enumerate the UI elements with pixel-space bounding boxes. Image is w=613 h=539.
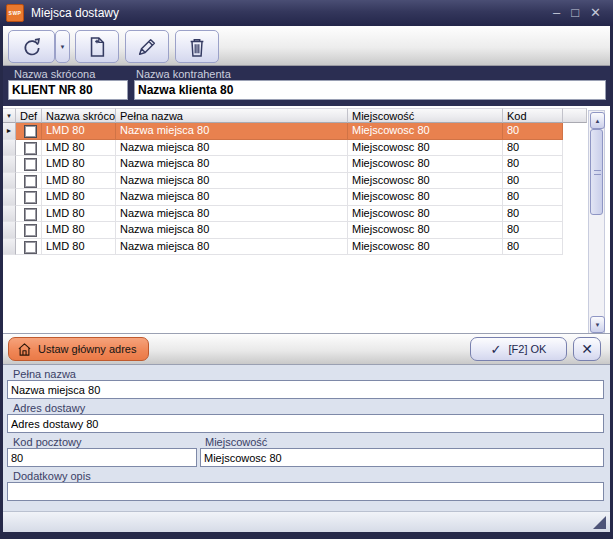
dropdown-arrow-icon: ▼ — [60, 44, 66, 50]
cell-pelna_nazwa[interactable]: Nazwa miejsca 80 — [116, 206, 348, 223]
cell-kod[interactable]: 80 — [503, 206, 563, 223]
refresh-button[interactable] — [8, 30, 55, 63]
def-checkbox[interactable] — [24, 208, 37, 221]
table-row[interactable]: ►LMD 80Nazwa miejsca 80Miejscowosc 8080 — [3, 123, 563, 140]
column-header-3[interactable]: Pełna nazwa — [116, 108, 348, 123]
def-cell[interactable] — [16, 222, 42, 239]
cell-miejscowosc[interactable]: Miejscowosc 80 — [348, 140, 503, 157]
def-checkbox[interactable] — [24, 241, 37, 254]
postal-code-input[interactable] — [7, 448, 197, 467]
cell-nazwa_skrocona[interactable]: LMD 80 — [42, 189, 116, 206]
def-checkbox[interactable] — [24, 175, 37, 188]
cell-nazwa_skrocona[interactable]: LMD 80 — [42, 206, 116, 223]
def-cell[interactable] — [16, 156, 42, 173]
cell-kod[interactable]: 80 — [503, 156, 563, 173]
def-cell[interactable] — [16, 140, 42, 157]
maximize-button[interactable]: □ — [571, 0, 579, 26]
delete-trash-icon — [187, 36, 207, 58]
cell-nazwa_skrocona[interactable]: LMD 80 — [42, 123, 116, 140]
full-name-input[interactable] — [7, 380, 604, 399]
column-header-5[interactable]: Kod — [503, 108, 563, 123]
table-row[interactable]: LMD 80Nazwa miejsca 80Miejscowosc 8080 — [3, 189, 563, 206]
column-header-filler — [563, 108, 587, 123]
row-indicator: ► — [3, 123, 16, 140]
delivery-address-input[interactable] — [7, 414, 604, 433]
cell-pelna_nazwa[interactable]: Nazwa miejsca 80 — [116, 156, 348, 173]
cell-nazwa_skrocona[interactable]: LMD 80 — [42, 222, 116, 239]
cell-miejscowosc[interactable]: Miejscowosc 80 — [348, 206, 503, 223]
table-row[interactable]: LMD 80Nazwa miejsca 80Miejscowosc 8080 — [3, 239, 563, 256]
column-header-2[interactable]: Nazwa skrócona — [42, 108, 116, 123]
home-icon — [17, 342, 32, 357]
minimize-button[interactable]: – — [553, 0, 560, 26]
grid-body: ►LMD 80Nazwa miejsca 80Miejscowosc 8080L… — [3, 123, 563, 255]
table-row[interactable]: LMD 80Nazwa miejsca 80Miejscowosc 8080 — [3, 173, 563, 190]
def-cell[interactable] — [16, 189, 42, 206]
table-row[interactable]: LMD 80Nazwa miejsca 80Miejscowosc 8080 — [3, 156, 563, 173]
def-cell[interactable] — [16, 173, 42, 190]
app-icon: SWP — [6, 4, 24, 22]
new-button[interactable] — [75, 30, 119, 63]
def-checkbox[interactable] — [24, 125, 37, 138]
set-main-address-label: Ustaw główny adres — [38, 343, 136, 355]
table-row[interactable]: LMD 80Nazwa miejsca 80Miejscowosc 8080 — [3, 222, 563, 239]
cell-kod[interactable]: 80 — [503, 123, 563, 140]
def-checkbox[interactable] — [24, 191, 37, 204]
city-label: Miejscowość — [205, 436, 267, 448]
cell-pelna_nazwa[interactable]: Nazwa miejsca 80 — [116, 173, 348, 190]
cell-pelna_nazwa[interactable]: Nazwa miejsca 80 — [116, 189, 348, 206]
short-name-input[interactable] — [8, 80, 128, 100]
cancel-button[interactable]: ✕ — [573, 337, 601, 361]
table-row[interactable]: LMD 80Nazwa miejsca 80Miejscowosc 8080 — [3, 206, 563, 223]
ok-button[interactable]: ✓ [F2] OK — [470, 337, 567, 361]
table-row[interactable]: LMD 80Nazwa miejsca 80Miejscowosc 8080 — [3, 140, 563, 157]
row-indicator — [3, 156, 16, 173]
set-main-address-button[interactable]: Ustaw główny adres — [8, 337, 149, 361]
def-cell[interactable] — [16, 123, 42, 140]
cell-nazwa_skrocona[interactable]: LMD 80 — [42, 239, 116, 256]
cell-pelna_nazwa[interactable]: Nazwa miejsca 80 — [116, 140, 348, 157]
refresh-dropdown-button[interactable]: ▼ — [55, 30, 70, 63]
cell-kod[interactable]: 80 — [503, 140, 563, 157]
cell-kod[interactable]: 80 — [503, 173, 563, 190]
extra-description-label: Dodatkowy opis — [13, 470, 91, 482]
def-cell[interactable] — [16, 206, 42, 223]
new-document-icon — [87, 36, 107, 58]
cell-kod[interactable]: 80 — [503, 189, 563, 206]
vertical-scrollbar[interactable]: ▲ ▼ — [588, 110, 605, 333]
cell-kod[interactable]: 80 — [503, 222, 563, 239]
cell-pelna_nazwa[interactable]: Nazwa miejsca 80 — [116, 222, 348, 239]
def-checkbox[interactable] — [24, 158, 37, 171]
cell-miejscowosc[interactable]: Miejscowosc 80 — [348, 173, 503, 190]
def-cell[interactable] — [16, 239, 42, 256]
grid-filter-button[interactable]: ▼ — [3, 108, 16, 123]
scrollbar-thumb[interactable] — [590, 129, 603, 215]
def-checkbox[interactable] — [24, 224, 37, 237]
cell-miejscowosc[interactable]: Miejscowosc 80 — [348, 222, 503, 239]
cell-nazwa_skrocona[interactable]: LMD 80 — [42, 140, 116, 157]
client-header-band: Nazwa skrócona Nazwa kontrahenta — [3, 66, 610, 106]
cell-miejscowosc[interactable]: Miejscowosc 80 — [348, 189, 503, 206]
scroll-up-button[interactable]: ▲ — [590, 112, 605, 129]
close-x-icon: ✕ — [581, 341, 593, 357]
cell-miejscowosc[interactable]: Miejscowosc 80 — [348, 123, 503, 140]
column-header-1[interactable]: Def — [16, 108, 42, 123]
resize-grip-icon[interactable] — [593, 516, 606, 529]
cell-miejscowosc[interactable]: Miejscowosc 80 — [348, 156, 503, 173]
cell-nazwa_skrocona[interactable]: LMD 80 — [42, 156, 116, 173]
city-input[interactable] — [200, 448, 604, 467]
cell-kod[interactable]: 80 — [503, 239, 563, 256]
delete-button[interactable] — [175, 30, 219, 63]
contractor-name-input[interactable] — [134, 80, 606, 100]
extra-description-input[interactable] — [7, 482, 604, 501]
edit-button[interactable] — [125, 30, 169, 63]
cell-pelna_nazwa[interactable]: Nazwa miejsca 80 — [116, 239, 348, 256]
cell-nazwa_skrocona[interactable]: LMD 80 — [42, 173, 116, 190]
close-button[interactable]: ✕ — [590, 0, 601, 26]
scroll-down-button[interactable]: ▼ — [590, 316, 605, 333]
column-header-4[interactable]: Miejscowość — [348, 108, 503, 123]
cell-pelna_nazwa[interactable]: Nazwa miejsca 80 — [116, 123, 348, 140]
cell-miejscowosc[interactable]: Miejscowosc 80 — [348, 239, 503, 256]
delivery-places-grid: ▼DefNazwa skróconaPełna nazwaMiejscowość… — [3, 106, 610, 333]
def-checkbox[interactable] — [24, 142, 37, 155]
